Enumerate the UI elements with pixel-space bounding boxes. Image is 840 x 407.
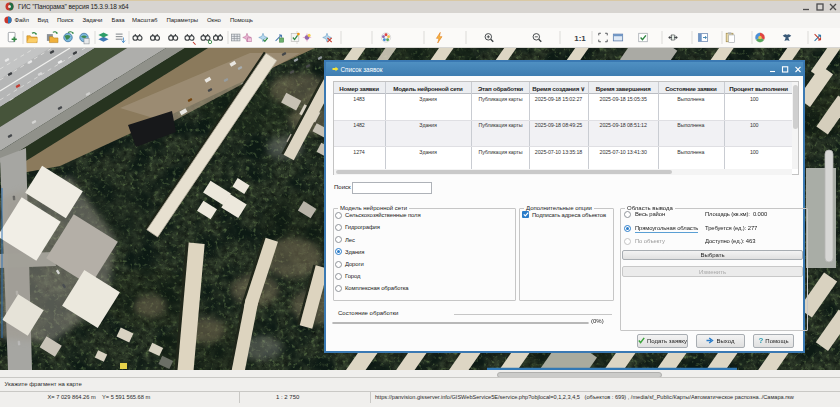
svg-text:1:1: 1:1 [574,34,586,43]
